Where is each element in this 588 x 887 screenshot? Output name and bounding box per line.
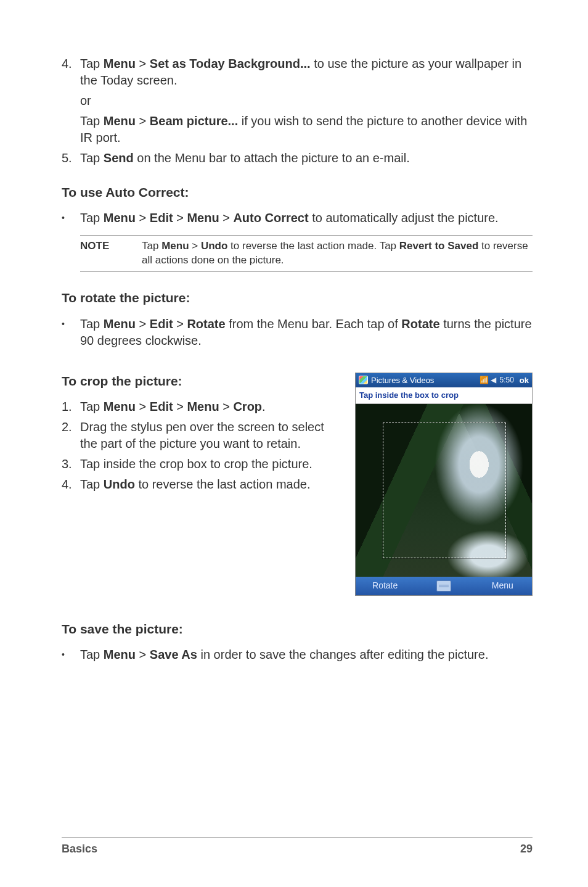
heading-crop: To crop the picture: (62, 373, 335, 390)
menu-label: Menu (104, 317, 136, 331)
text: Tap (80, 151, 104, 165)
crop-label: Crop (233, 400, 262, 413)
ok-button: ok (520, 375, 529, 386)
separator: > (219, 400, 234, 413)
menu-label: Menu (187, 400, 219, 413)
action-label: Auto Correct (233, 211, 308, 225)
or-text: or (80, 93, 533, 109)
menu-label: Menu (104, 400, 136, 413)
start-icon (359, 376, 368, 384)
crop-step-4: 4. Tap Undo to reverse the last action m… (62, 476, 335, 493)
separator: > (136, 211, 150, 225)
menu-label: Menu (161, 240, 189, 252)
separator: > (136, 648, 150, 661)
menu-label: Menu (104, 211, 136, 225)
bullet-save: • Tap Menu > Save As in order to save th… (62, 646, 533, 663)
list-item-step-5: 5. Tap Send on the Menu bar to attach th… (62, 150, 533, 167)
text: Tap (80, 648, 104, 661)
action-label: Send (104, 151, 134, 165)
text: Tap (80, 57, 104, 70)
revert-label: Revert to Saved (399, 240, 479, 252)
heading-save: To save the picture: (62, 621, 533, 638)
separator: > (189, 240, 201, 252)
crop-selection-box (383, 423, 506, 558)
crop-step-2: 2. Drag the stylus pen over the screen t… (62, 419, 335, 452)
text: Tap (80, 317, 104, 331)
step-number: 4. (62, 476, 80, 493)
screenshot-softkey-bar: Rotate Menu (356, 577, 532, 595)
note-text: Tap Menu > Undo to reverse the last acti… (142, 239, 533, 268)
device-screenshot: Pictures & Videos 📶 ◀ 5:50 ok Tap inside… (355, 373, 533, 596)
undo-label: Undo (201, 240, 227, 252)
screenshot-titlebar: Pictures & Videos 📶 ◀ 5:50 ok (356, 373, 532, 388)
step-text: Tap Menu > Set as Today Background... to… (80, 56, 533, 89)
edit-label: Edit (150, 400, 173, 413)
text: to reverse the last action made. (135, 477, 311, 491)
note-block: NOTE Tap Menu > Undo to reverse the last… (80, 235, 533, 272)
edit-label: Edit (150, 317, 173, 331)
heading-auto-correct: To use Auto Correct: (62, 184, 533, 201)
step-4-alt: Tap Menu > Beam picture... if you wish t… (80, 113, 533, 146)
text: Tap (80, 477, 104, 491)
rotate-label: Rotate (187, 317, 225, 331)
bullet-icon: • (62, 316, 80, 349)
bullet-icon: • (62, 210, 80, 226)
text: Tap (80, 400, 104, 413)
crop-step-1: 1. Tap Menu > Edit > Menu > Crop. (62, 398, 335, 415)
footer-page-number: 29 (520, 841, 533, 856)
action-label: Beam picture... (150, 114, 238, 128)
separator: > (219, 211, 234, 225)
separator: > (136, 114, 150, 128)
app-title: Pictures & Videos (371, 375, 476, 386)
screenshot-prompt: Tap inside the box to crop (356, 387, 532, 404)
bullet-icon: • (62, 646, 80, 663)
heading-rotate: To rotate the picture: (62, 289, 533, 307)
bullet-text: Tap Menu > Edit > Menu > Auto Correct to… (80, 210, 533, 226)
text: Tap (80, 211, 104, 225)
text: from the Menu bar. Each tap of (226, 317, 402, 331)
signal-icon: 📶 ◀ (480, 375, 496, 385)
rotate-label: Rotate (401, 317, 439, 331)
text: on the Menu bar to attach the picture to… (134, 151, 410, 165)
text: to automatically adjust the picture. (309, 211, 499, 225)
step-text: Tap inside the crop box to crop the pict… (80, 456, 335, 472)
step-number: 1. (62, 398, 80, 415)
step-text: Tap Menu > Edit > Menu > Crop. (80, 398, 335, 415)
text: Tap (80, 114, 104, 128)
page-footer: Basics 29 (62, 837, 533, 856)
undo-label: Undo (104, 477, 135, 491)
step-number: 4. (62, 56, 80, 89)
separator: > (173, 211, 187, 225)
screenshot-image-area (356, 404, 532, 577)
menu-label: Menu (104, 114, 136, 128)
clock: 5:50 (499, 375, 513, 385)
menu-label: Menu (104, 648, 136, 661)
separator: > (136, 400, 150, 413)
bullet-auto-correct: • Tap Menu > Edit > Menu > Auto Correct … (62, 210, 533, 226)
bullet-text: Tap Menu > Save As in order to save the … (80, 646, 533, 663)
text: in order to save the changes after editi… (197, 648, 489, 661)
separator: > (173, 317, 187, 331)
menu-label: Menu (104, 57, 136, 70)
text: Tap (142, 240, 161, 252)
rotate-softkey: Rotate (356, 580, 414, 592)
step-text: Tap Undo to reverse the last action made… (80, 476, 335, 493)
separator: > (173, 400, 187, 413)
bullet-text: Tap Menu > Edit > Rotate from the Menu b… (80, 316, 533, 349)
crop-step-3: 3. Tap inside the crop box to crop the p… (62, 456, 335, 472)
step-text: Drag the stylus pen over the screen to s… (80, 419, 335, 452)
separator: > (136, 317, 150, 331)
step-number: 2. (62, 419, 80, 452)
step-number: 5. (62, 150, 80, 167)
keyboard-icon (414, 580, 473, 592)
menu-label: Menu (187, 211, 219, 225)
action-label: Set as Today Background... (150, 57, 311, 70)
menu-softkey: Menu (473, 580, 532, 592)
bullet-rotate: • Tap Menu > Edit > Rotate from the Menu… (62, 316, 533, 349)
text: to reverse the last action made. Tap (227, 240, 399, 252)
text: . (262, 400, 266, 413)
save-as-label: Save As (150, 648, 197, 661)
step-text: Tap Send on the Menu bar to attach the p… (80, 150, 533, 167)
separator: > (136, 57, 150, 70)
step-number: 3. (62, 456, 80, 472)
